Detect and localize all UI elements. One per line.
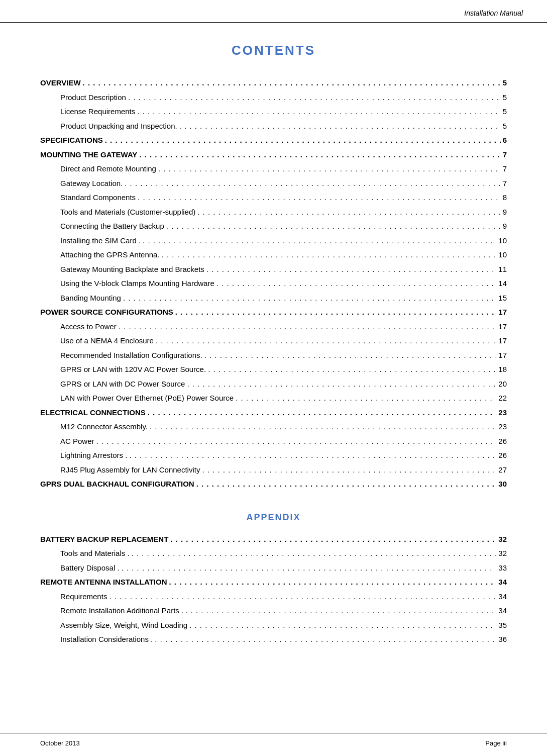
toc-label: Attaching the GPRS Antenna. — [60, 248, 160, 261]
toc-dots: . . . . . . . . . . . . . . . . . . . . … — [202, 463, 496, 477]
toc-label: Assembly Size, Weight, Wind Loading — [60, 619, 187, 632]
toc-label: LAN with Power Over Ethernet (PoE) Power… — [60, 392, 234, 405]
toc-dots: . . . . . . . . . . . . . . . . . . . . … — [158, 162, 501, 175]
toc-page: 34 — [498, 604, 507, 617]
toc-page: 6 — [503, 134, 507, 147]
toc-label: POWER SOURCE CONFIGURATIONS — [40, 306, 173, 319]
toc-dots: . . . . . . . . . . . . . . . . . . . . … — [196, 478, 497, 491]
toc-sub-entry: Direct and Remote Mounting . . . . . . .… — [40, 162, 507, 177]
toc-dots: . . . . . . . . . . . . . . . . . . . . … — [122, 561, 497, 575]
page-footer: October 2013 Page iii — [0, 733, 547, 756]
toc-dots: . . . . . . . . . . . . . . . . . . . . … — [139, 148, 500, 161]
toc-dots: . . . . . . . . . . . . . . . . . . . . … — [148, 406, 497, 419]
toc-dots: . . . . . . . . . . . . . . . . . . . . … — [155, 633, 496, 646]
toc-sub-entry: AC Power . . . . . . . . . . . . . . . .… — [40, 435, 507, 449]
toc-sub-entry: Access to Power . . . . . . . . . . . . … — [40, 320, 507, 335]
toc-main-entry: SPECIFICATIONS . . . . . . . . . . . . .… — [40, 134, 507, 148]
toc-page: 34 — [498, 576, 507, 589]
toc-label: GPRS or LAN with 120V AC Power Source. — [60, 363, 206, 376]
toc-main-entry: MOUNTING THE GATEWAY . . . . . . . . . .… — [40, 148, 507, 163]
toc-label: REMOTE ANTENNA INSTALLATION — [40, 576, 167, 589]
toc-label: Gateway Location. — [60, 177, 123, 190]
toc-page: 5 — [503, 76, 507, 89]
toc-dots: . . . . . . . . . . . . . . . . . . . . … — [170, 533, 496, 546]
toc-sub-entry: LAN with Power Over Ethernet (PoE) Power… — [40, 392, 507, 406]
toc-page: 26 — [498, 435, 507, 448]
toc-page: 33 — [498, 561, 507, 575]
toc-main-entry: BATTERY BACKUP REPLACEMENT . . . . . . .… — [40, 533, 507, 547]
toc-label: Access to Power — [60, 320, 117, 333]
toc-dots: . . . . . . . . . . . . . . . . . . . . … — [187, 377, 496, 391]
toc-dots: . . . . . . . . . . . . . . . . . . . . … — [208, 363, 496, 376]
toc-sub-entry: Installing the SIM Card . . . . . . . . … — [40, 234, 507, 249]
toc-label: Use of a NEMA 4 Enclosure — [60, 334, 154, 347]
header-title: Installation Manual — [464, 9, 523, 17]
toc-page: 9 — [503, 220, 507, 233]
toc-page: 5 — [503, 120, 507, 133]
toc-label: Tools and Materials (Customer-supplied) — [60, 206, 195, 219]
toc-page: 23 — [498, 406, 507, 419]
toc-sub-entry: Requirements . . . . . . . . . . . . . .… — [40, 590, 507, 605]
toc-dots: . . . . . . . . . . . . . . . . . . . . … — [137, 105, 500, 118]
toc-sub-entry: Banding Mounting . . . . . . . . . . . .… — [40, 292, 507, 306]
toc-page: 36 — [498, 633, 507, 646]
toc-dots: . . . . . . . . . . . . . . . . . . . . … — [128, 91, 501, 104]
toc-dots: . . . . . . . . . . . . . . . . . . . . … — [166, 220, 501, 233]
toc-page: 26 — [498, 449, 507, 462]
appendix-section: APPENDIX BATTERY BACKUP REPLACEMENT . . … — [40, 512, 507, 647]
toc-page: 34 — [498, 590, 507, 603]
toc-label: Using the V-block Clamps Mounting Hardwa… — [60, 277, 214, 290]
toc-label: BATTERY BACKUP REPLACEMENT — [40, 533, 168, 546]
toc-label: M12 Connector Assembly. — [60, 420, 148, 433]
toc-dots: . . . . . . . . . . . . . . . . . . . . … — [83, 76, 501, 89]
toc-sub-entry: Tools and Materials . . . . . . . . . . … — [40, 547, 507, 561]
toc-label: Battery Disposal . — [60, 561, 120, 575]
toc-dots: . . . . . . . . . . . . . . . . . . . . … — [123, 292, 496, 305]
toc-page: 11 — [498, 263, 507, 276]
page-content: CONTENTS OVERVIEW . . . . . . . . . . . … — [0, 23, 547, 678]
toc-sub-entry: Installation Considerations . . . . . . … — [40, 633, 507, 647]
toc-label: OVERVIEW — [40, 76, 81, 89]
toc-page: 27 — [498, 463, 507, 477]
toc-sub-entry: M12 Connector Assembly. . . . . . . . . … — [40, 420, 507, 435]
page-header: Installation Manual — [0, 0, 547, 23]
toc-dots: . . . . . . . . . . . . . . . . . . . . … — [109, 590, 496, 603]
toc-sub-entry: Product Unpacking and Inspection. . . . … — [40, 120, 507, 134]
toc-sub-entry: Product Description . . . . . . . . . . … — [40, 91, 507, 106]
toc-page: 18 — [498, 363, 507, 376]
toc-label: GPRS DUAL BACKHAUL CONFIGURATION — [40, 478, 194, 491]
toc-dots: . . . . . . . . . . . . . . . . . . . . … — [206, 263, 496, 276]
toc-label: AC Power — [60, 435, 94, 448]
toc-page: 30 — [498, 478, 507, 491]
toc-dots: . . . . . . . . . . . . . . . . . . . . … — [143, 234, 496, 247]
toc-sub-entry: License Requirements . . . . . . . . . .… — [40, 105, 507, 120]
toc-main-entry: REMOTE ANTENNA INSTALLATION . . . . . . … — [40, 576, 507, 590]
toc-page: 5 — [503, 91, 507, 104]
toc-page: 5 — [503, 105, 507, 118]
toc-dots: . . . . . . . . . . . . . . . . . . . . … — [132, 547, 497, 560]
toc-dots: . . . . . . . . . . . . . . . . . . . . … — [138, 191, 501, 204]
toc-sub-entry: GPRS or LAN with DC Power Source . . . .… — [40, 377, 507, 392]
toc-sub-entry: Use of a NEMA 4 Enclosure . . . . . . . … — [40, 334, 507, 349]
toc-sub-entry: Gateway Location. . . . . . . . . . . . … — [40, 177, 507, 192]
toc-page: 17 — [498, 349, 507, 362]
toc-sub-entry: Standard Components . . . . . . . . . . … — [40, 191, 507, 206]
toc-label: Installing the SIM Card . — [60, 234, 141, 247]
toc-dots: . . . . . . . . . . . . . . . . . . . . … — [119, 320, 497, 333]
toc-label: RJ45 Plug Assembly for LAN Connectivity — [60, 463, 200, 477]
toc-page: 35 — [498, 619, 507, 632]
toc-dots: . . . . . . . . . . . . . . . . . . . . … — [185, 604, 496, 617]
toc-sub-entry: Recommended Installation Configurations.… — [40, 349, 507, 363]
toc-page: 7 — [503, 177, 507, 190]
appendix-title: APPENDIX — [40, 512, 507, 523]
toc-sub-entry: Connecting the Battery Backup . . . . . … — [40, 220, 507, 234]
toc-dots: . . . . . . . . . . . . . . . . . . . . … — [162, 248, 497, 261]
toc-page: 9 — [503, 206, 507, 219]
toc-dots: . . . . . . . . . . . . . . . . . . . . … — [129, 449, 496, 462]
toc-sub-entry: Assembly Size, Weight, Wind Loading . . … — [40, 619, 507, 633]
toc-label: Gateway Mounting Backplate and Brackets — [60, 263, 204, 276]
contents-title: CONTENTS — [40, 43, 507, 58]
toc-main-entry: POWER SOURCE CONFIGURATIONS . . . . . . … — [40, 306, 507, 320]
toc-main: OVERVIEW . . . . . . . . . . . . . . . .… — [40, 76, 507, 492]
toc-label: MOUNTING THE GATEWAY — [40, 148, 137, 161]
